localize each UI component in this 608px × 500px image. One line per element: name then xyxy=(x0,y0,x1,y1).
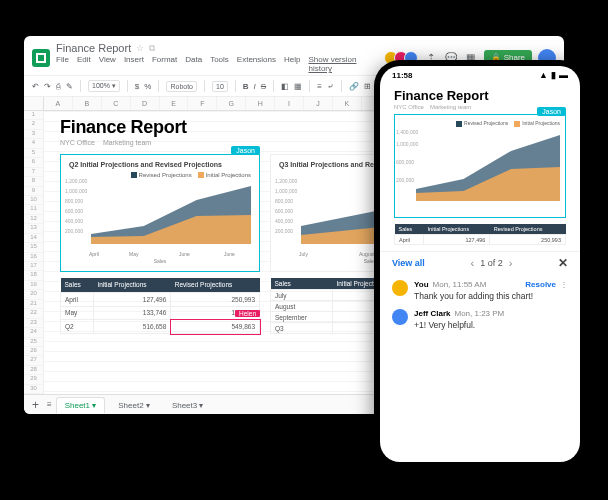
col-header[interactable]: J xyxy=(304,97,333,110)
view-all-link[interactable]: View all xyxy=(392,258,425,268)
tab-sheet2[interactable]: Sheet2 ▾ xyxy=(109,397,159,413)
row-header[interactable]: 3 xyxy=(24,130,43,139)
col-header[interactable]: D xyxy=(131,97,160,110)
menu-extensions[interactable]: Extensions xyxy=(237,55,276,73)
chart-q2[interactable]: Jason Q2 Initial Projections and Revised… xyxy=(60,154,260,272)
row-header[interactable]: 9 xyxy=(24,187,43,196)
comments-section: You Mon, 11:55 AM Resolve ⋮ Thank you fo… xyxy=(380,274,580,336)
currency-icon[interactable]: $ xyxy=(135,82,139,91)
battery-icon: ▬ xyxy=(559,70,568,80)
col-header[interactable]: E xyxy=(160,97,189,110)
row-header[interactable]: 24 xyxy=(24,328,43,337)
zoom-select[interactable]: 100% ▾ xyxy=(88,80,120,92)
font-select[interactable]: Roboto xyxy=(166,81,197,92)
menu-help[interactable]: Help xyxy=(284,55,300,73)
prev-comment-icon[interactable]: ‹ xyxy=(470,257,474,269)
menu-edit[interactable]: Edit xyxy=(77,55,91,73)
comment-item[interactable]: You Mon, 11:55 AM Resolve ⋮ Thank you fo… xyxy=(392,280,568,301)
next-comment-icon[interactable]: › xyxy=(509,257,513,269)
chart-legend: Revised Projections Initial Projections xyxy=(400,120,560,127)
row-header[interactable]: 22 xyxy=(24,309,43,318)
undo-icon[interactable]: ↶ xyxy=(32,82,39,91)
link-icon[interactable]: 🔗 xyxy=(349,82,359,91)
table-row: May133,746197,495 xyxy=(61,306,260,320)
italic-icon[interactable]: I xyxy=(254,82,256,91)
filename[interactable]: Finance Report xyxy=(56,42,131,54)
menu-data[interactable]: Data xyxy=(185,55,202,73)
resolve-button[interactable]: Resolve xyxy=(525,280,556,289)
row-header[interactable]: 23 xyxy=(24,319,43,328)
all-sheets-icon[interactable]: ≡ xyxy=(47,400,52,409)
menu-format[interactable]: Format xyxy=(152,55,177,73)
signal-icon: ▮ xyxy=(551,70,556,80)
col-header[interactable]: K xyxy=(333,97,362,110)
row-header[interactable]: 28 xyxy=(24,366,43,375)
row-header[interactable]: 17 xyxy=(24,262,43,271)
menu-file[interactable]: File xyxy=(56,55,69,73)
table-q2[interactable]: Sales Initial Projections Revised Projec… xyxy=(60,278,260,334)
row-header[interactable]: 13 xyxy=(24,224,43,233)
row-header[interactable]: 26 xyxy=(24,347,43,356)
tab-sheet1[interactable]: Sheet1 ▾ xyxy=(56,397,106,413)
col-header[interactable]: G xyxy=(217,97,246,110)
cell-selected-helen[interactable]: Helen 549,863 xyxy=(171,320,260,334)
borders-icon[interactable]: ▦ xyxy=(294,82,302,91)
menu-view[interactable]: View xyxy=(99,55,116,73)
table-row: April127,496250,993 xyxy=(61,292,260,306)
collaborator-cursor-label: Jason xyxy=(537,107,566,116)
version-history-link[interactable]: Show version history xyxy=(308,55,381,73)
align-icon[interactable]: ≡ xyxy=(317,82,322,91)
row-header[interactable]: 29 xyxy=(24,375,43,384)
col-header[interactable]: H xyxy=(246,97,275,110)
strike-icon[interactable]: S xyxy=(261,82,266,91)
row-header[interactable]: 30 xyxy=(24,385,43,394)
star-icon[interactable]: ☆ xyxy=(136,43,144,53)
menu-insert[interactable]: Insert xyxy=(124,55,144,73)
row-header[interactable]: 18 xyxy=(24,271,43,280)
col-header[interactable]: C xyxy=(102,97,131,110)
row-header[interactable]: 15 xyxy=(24,243,43,252)
col-header[interactable]: A xyxy=(44,97,73,110)
row-header[interactable]: 7 xyxy=(24,168,43,177)
bold-icon[interactable]: B xyxy=(243,82,249,91)
comment-item[interactable]: Jeff Clark Mon, 1:23 PM +1! Very helpful… xyxy=(392,309,568,330)
percent-icon[interactable]: % xyxy=(144,82,151,91)
row-header[interactable]: 5 xyxy=(24,149,43,158)
row-header[interactable]: 11 xyxy=(24,205,43,214)
phone-doc-title: Finance Report xyxy=(394,88,566,103)
phone-chart-q2[interactable]: Jason Revised Projections Initial Projec… xyxy=(394,114,566,218)
row-header[interactable]: 21 xyxy=(24,300,43,309)
insert-comment-icon[interactable]: ⊞ xyxy=(364,82,371,91)
add-sheet-button[interactable]: + xyxy=(32,398,39,412)
row-header[interactable]: 2 xyxy=(24,120,43,129)
paint-format-icon[interactable]: ✎ xyxy=(66,82,73,91)
tab-sheet3[interactable]: Sheet3 ▾ xyxy=(163,397,213,413)
phone-table[interactable]: SalesInitial ProjectionsRevised Projecti… xyxy=(394,224,566,245)
row-header[interactable]: 14 xyxy=(24,234,43,243)
close-icon[interactable]: ✕ xyxy=(558,256,568,270)
col-header[interactable]: I xyxy=(275,97,304,110)
print-icon[interactable]: ⎙ xyxy=(56,82,61,91)
col-header[interactable]: B xyxy=(73,97,102,110)
fill-color-icon[interactable]: ◧ xyxy=(281,82,289,91)
row-header[interactable]: 4 xyxy=(24,139,43,148)
row-header[interactable]: 16 xyxy=(24,253,43,262)
row-header[interactable]: 25 xyxy=(24,338,43,347)
row-header[interactable]: 1 xyxy=(24,111,43,120)
row-header[interactable]: 27 xyxy=(24,356,43,365)
row-header[interactable]: 6 xyxy=(24,158,43,167)
row-header[interactable]: 19 xyxy=(24,281,43,290)
row-header[interactable]: 12 xyxy=(24,215,43,224)
move-folder-icon[interactable]: ⧉ xyxy=(149,43,155,54)
pager-count: 1 of 2 xyxy=(480,258,503,268)
more-icon[interactable]: ⋮ xyxy=(560,280,568,289)
row-header[interactable]: 20 xyxy=(24,290,43,299)
menu-tools[interactable]: Tools xyxy=(210,55,229,73)
redo-icon[interactable]: ↷ xyxy=(44,82,51,91)
select-all-cell[interactable] xyxy=(24,97,44,110)
col-header[interactable]: F xyxy=(188,97,217,110)
wrap-icon[interactable]: ⤶ xyxy=(327,82,334,91)
fontsize-input[interactable]: 10 xyxy=(212,81,228,92)
row-header[interactable]: 10 xyxy=(24,196,43,205)
row-header[interactable]: 8 xyxy=(24,177,43,186)
